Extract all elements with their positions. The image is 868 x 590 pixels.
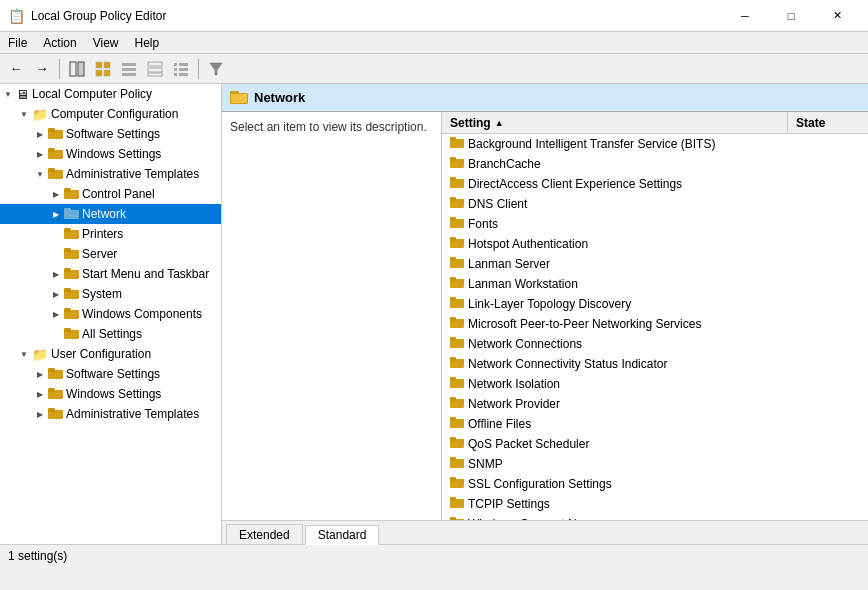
expander-system[interactable]: ▶ [48,284,64,304]
list-item[interactable]: Network Provider [442,394,868,414]
tree-item-windows-components[interactable]: ▶ Windows Components [0,304,221,324]
tree-item-computer-configuration[interactable]: ▼📁Computer Configuration [0,104,221,124]
tree-item-software-settings-2[interactable]: ▶ Software Settings [0,364,221,384]
tree-item-start-menu[interactable]: ▶ Start Menu and Taskbar [0,264,221,284]
list-item[interactable]: Microsoft Peer-to-Peer Networking Servic… [442,314,868,334]
tree-item-admin-templates-1[interactable]: ▼ Administrative Templates [0,164,221,184]
tree-item-windows-settings-2[interactable]: ▶ Windows Settings [0,384,221,404]
expander-local-computer-policy[interactable]: ▼ [0,84,16,104]
svg-rect-16 [174,73,177,76]
expander-computer-configuration[interactable]: ▼ [16,104,32,124]
list-row-setting: Offline Files [442,416,788,431]
list-row-text: Network Provider [468,397,560,411]
svg-rect-28 [64,208,71,212]
svg-rect-63 [450,257,456,261]
list-item[interactable]: SNMP [442,454,868,474]
list-item[interactable]: Fonts [442,214,868,234]
expander-software-settings-2[interactable]: ▶ [32,364,48,384]
list-item[interactable]: Network Connections [442,334,868,354]
column-state[interactable]: State [788,112,868,134]
tree-item-user-configuration[interactable]: ▼📁User Configuration [0,344,221,364]
list-item[interactable]: Link-Layer Topology Discovery [442,294,868,314]
view-btn-2[interactable] [117,57,141,81]
folder-icon [64,186,79,202]
menu-view[interactable]: View [85,34,127,52]
svg-marker-18 [210,63,222,75]
menu-action[interactable]: Action [35,34,84,52]
view-btn-1[interactable] [91,57,115,81]
expander-network[interactable]: ▶ [48,204,64,224]
column-setting[interactable]: Setting ▲ [442,112,788,134]
list-item[interactable]: QoS Packet Scheduler [442,434,868,454]
list-item[interactable]: TCPIP Settings [442,494,868,514]
forward-button[interactable]: → [30,57,54,81]
list-item[interactable]: SSL Configuration Settings [442,474,868,494]
svg-rect-7 [122,68,136,71]
list-item[interactable]: BranchCache [442,154,868,174]
tree-item-server[interactable]: Server [0,244,221,264]
tree-item-local-computer-policy[interactable]: ▼🖥Local Computer Policy [0,84,221,104]
tree-item-all-settings[interactable]: All Settings [0,324,221,344]
list-row-text: Fonts [468,217,498,231]
expander-admin-templates-1[interactable]: ▼ [32,164,48,184]
tree-item-windows-settings-1[interactable]: ▶ Windows Settings [0,144,221,164]
svg-rect-20 [48,128,55,132]
folder-icon [64,246,79,262]
tree-label-printers: Printers [82,227,123,241]
view-btn-4[interactable] [169,57,193,81]
filter-button[interactable] [204,57,228,81]
list-row-setting: Network Provider [442,396,788,411]
maximize-button[interactable]: □ [768,0,814,32]
svg-rect-77 [450,397,456,401]
svg-rect-67 [450,297,456,301]
minimize-button[interactable]: ─ [722,0,768,32]
menu-file[interactable]: File [0,34,35,52]
expander-windows-components[interactable]: ▶ [48,304,64,324]
tree-item-network[interactable]: ▶ Network [0,204,221,224]
back-button[interactable]: ← [4,57,28,81]
row-folder-icon [450,196,464,211]
list-item[interactable]: Network Connectivity Status Indicator [442,354,868,374]
expander-admin-templates-2[interactable]: ▶ [32,404,48,424]
row-folder-icon [450,216,464,231]
list-item[interactable]: Hotspot Authentication [442,234,868,254]
list-row-text: Background Intelligent Transfer Service … [468,137,715,151]
expander-windows-settings-1[interactable]: ▶ [32,144,48,164]
row-folder-icon [450,396,464,411]
menu-bar: File Action View Help [0,32,868,54]
list-item[interactable]: Network Isolation [442,374,868,394]
tree-item-admin-templates-2[interactable]: ▶ Administrative Templates [0,404,221,424]
list-item[interactable]: Lanman Workstation [442,274,868,294]
svg-rect-15 [179,68,188,71]
tabs-bar: ExtendedStandard [222,520,868,544]
tree-item-system[interactable]: ▶ System [0,284,221,304]
svg-rect-40 [64,328,71,332]
show-hide-button[interactable] [65,57,89,81]
tab-extended[interactable]: Extended [226,524,303,544]
menu-help[interactable]: Help [127,34,168,52]
list-row-text: QoS Packet Scheduler [468,437,589,451]
expander-windows-settings-2[interactable]: ▶ [32,384,48,404]
close-button[interactable]: ✕ [814,0,860,32]
expander-start-menu[interactable]: ▶ [48,264,64,284]
row-folder-icon [450,436,464,451]
tree-label-control-panel: Control Panel [82,187,155,201]
list-item[interactable]: Background Intelligent Transfer Service … [442,134,868,154]
row-folder-icon [450,496,464,511]
tree-item-software-settings-1[interactable]: ▶ Software Settings [0,124,221,144]
tree-item-printers[interactable]: Printers [0,224,221,244]
svg-rect-10 [148,68,162,72]
expander-control-panel[interactable]: ▶ [48,184,64,204]
row-folder-icon [450,136,464,151]
list-item[interactable]: DNS Client [442,194,868,214]
expander-user-configuration[interactable]: ▼ [16,344,32,364]
tree-item-control-panel[interactable]: ▶ Control Panel [0,184,221,204]
list-item[interactable]: Offline Files [442,414,868,434]
list-item[interactable]: DirectAccess Client Experience Settings [442,174,868,194]
svg-rect-83 [450,457,456,461]
tab-standard[interactable]: Standard [305,525,380,545]
expander-software-settings-1[interactable]: ▶ [32,124,48,144]
view-btn-3[interactable] [143,57,167,81]
list-item[interactable]: Lanman Server [442,254,868,274]
list-row-text: Lanman Server [468,257,550,271]
